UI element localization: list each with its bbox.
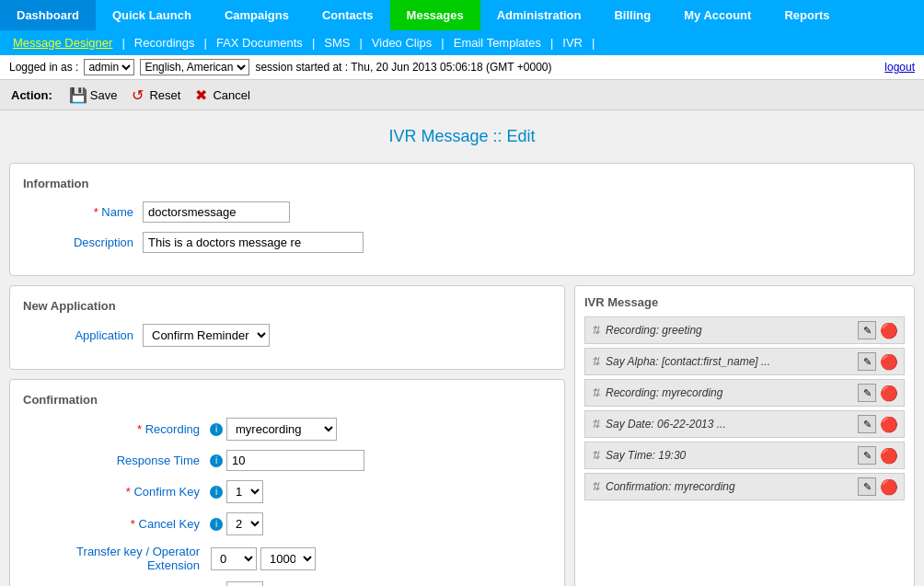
confirmation-panel: Confirmation Recording i myrecording gre… <box>9 379 565 586</box>
description-label: Description <box>23 236 143 249</box>
ivr-item-text: Say Time: 19:30 <box>606 449 858 462</box>
transfer-key-row: Transfer key / Operator Extension 012 10… <box>23 545 551 572</box>
nav-administration[interactable]: Administration <box>480 0 598 30</box>
nav-reports[interactable]: Reports <box>768 0 846 30</box>
ivr-item-actions: ✎ 🔴 <box>858 415 898 433</box>
description-input-wrapper <box>143 232 364 253</box>
nav-sms[interactable]: SMS <box>318 34 355 52</box>
action-bar: Action: 💾 Save ↺ Reset ✖ Cancel <box>0 80 924 110</box>
operator-ext-select[interactable]: 10002000 <box>260 547 316 570</box>
description-row: Description <box>23 232 901 253</box>
top-nav: Dashboard Quick Launch Campaigns Contact… <box>0 0 924 30</box>
ivr-item-text: Confirmation: myrecording <box>606 480 858 493</box>
confirm-key-select[interactable]: 12345 <box>226 480 263 503</box>
drag-handle-icon[interactable]: ⇅ <box>591 355 600 368</box>
ivr-edit-button[interactable]: ✎ <box>858 384 876 402</box>
application-label: Application <box>23 328 143 342</box>
left-panel: New Application Application Confirm Remi… <box>9 285 565 586</box>
nav-campaigns[interactable]: Campaigns <box>208 0 306 30</box>
language-select[interactable]: English, American <box>140 59 249 75</box>
name-row: Name <box>23 201 901 223</box>
drag-handle-icon[interactable]: ⇅ <box>591 418 600 431</box>
session-info: session started at : Thu, 20 Jun 2013 05… <box>255 61 551 74</box>
ivr-edit-button[interactable]: ✎ <box>858 352 876 371</box>
nav-billing[interactable]: Billing <box>597 0 667 30</box>
information-title: Information <box>23 177 901 190</box>
recording-select[interactable]: myrecording greeting <box>226 418 337 441</box>
name-input-wrapper <box>143 201 290 223</box>
application-select-wrapper: Confirm Reminder Say Alpha Say Date Say … <box>143 324 270 347</box>
ivr-item-actions: ✎ 🔴 <box>858 384 898 402</box>
ivr-message-title: IVR Message <box>584 295 905 309</box>
transfer-key-select[interactable]: 012 <box>211 547 257 570</box>
drag-handle-icon[interactable]: ⇅ <box>591 449 600 462</box>
ivr-delete-button[interactable]: 🔴 <box>880 321 898 339</box>
cancel-key-select[interactable]: 12345 <box>226 512 263 535</box>
ivr-edit-button[interactable]: ✎ <box>858 477 876 496</box>
ivr-item-text: Say Date: 06-22-2013 ... <box>606 418 858 431</box>
confirm-key-label: Confirm Key <box>23 485 207 499</box>
ivr-edit-button[interactable]: ✎ <box>858 446 876 465</box>
ivr-item: ⇅ Confirmation: myrecording ✎ 🔴 <box>584 473 905 500</box>
response-time-row: Response Time i <box>23 450 551 471</box>
cancel-key-row: Cancel Key i 12345 <box>23 512 551 535</box>
nav-recordings[interactable]: Recordings <box>129 34 201 52</box>
name-label: Name <box>23 205 143 219</box>
ivr-item-text: Say Alpha: [contact:first_name] ... <box>606 355 858 368</box>
name-input[interactable] <box>143 201 290 223</box>
ivr-item: ⇅ Say Date: 06-22-2013 ... ✎ 🔴 <box>584 410 905 438</box>
save-button[interactable]: 💾 Save <box>69 86 118 104</box>
ivr-item-actions: ✎ 🔴 <box>858 352 898 371</box>
nav-my-account[interactable]: My Account <box>667 0 768 30</box>
logged-in-label: Logged in as : <box>9 61 78 74</box>
drag-handle-icon[interactable]: ⇅ <box>591 480 600 493</box>
ivr-item-actions: ✎ 🔴 <box>858 477 898 496</box>
ivr-item-text: Recording: greeting <box>606 324 858 337</box>
user-select[interactable]: admin <box>84 59 134 75</box>
confirmation-title: Confirmation <box>23 393 551 407</box>
save-label: Save <box>90 88 118 102</box>
ivr-delete-button[interactable]: 🔴 <box>880 352 898 371</box>
response-time-info-icon: i <box>210 454 223 467</box>
ivr-item-text: Recording: myrecording <box>606 386 858 399</box>
recording-info-icon: i <box>210 423 223 436</box>
ivr-message-panel: IVR Message ⇅ Recording: greeting ✎ 🔴 ⇅ … <box>574 285 915 586</box>
ivr-item: ⇅ Recording: myrecording ✎ 🔴 <box>584 379 905 407</box>
nav-ivr[interactable]: IVR <box>557 34 588 52</box>
ivr-delete-button[interactable]: 🔴 <box>880 477 898 496</box>
replay-key-select[interactable]: 1234 <box>226 581 263 586</box>
nav-fax-documents[interactable]: FAX Documents <box>211 34 308 52</box>
nav-contacts[interactable]: Contacts <box>306 0 390 30</box>
cancel-label: Cancel <box>213 88 249 102</box>
nav-message-designer[interactable]: Message Designer <box>7 34 118 52</box>
cancel-button[interactable]: ✖ Cancel <box>191 86 249 104</box>
nav-email-templates[interactable]: Email Templates <box>448 34 547 52</box>
ivr-edit-button[interactable]: ✎ <box>858 415 876 433</box>
second-nav: Message Designer | Recordings | FAX Docu… <box>0 30 924 55</box>
action-label: Action: <box>11 88 52 102</box>
ivr-item: ⇅ Recording: greeting ✎ 🔴 <box>584 316 905 344</box>
confirm-key-row: Confirm Key i 12345 <box>23 480 551 503</box>
ivr-delete-button[interactable]: 🔴 <box>880 384 898 402</box>
nav-video-clips[interactable]: Video Clips <box>366 34 438 52</box>
logout-link[interactable]: logout <box>884 61 915 74</box>
session-bar: Logged in as : admin English, American s… <box>0 55 924 80</box>
application-select[interactable]: Confirm Reminder Say Alpha Say Date Say … <box>143 324 270 347</box>
reset-label: Reset <box>149 88 180 102</box>
nav-quick-launch[interactable]: Quick Launch <box>96 0 208 30</box>
ivr-delete-button[interactable]: 🔴 <box>880 415 898 433</box>
nav-messages[interactable]: Messages <box>390 0 480 30</box>
recording-row: Recording i myrecording greeting <box>23 418 551 441</box>
ivr-edit-button[interactable]: ✎ <box>858 321 876 339</box>
new-application-title: New Application <box>23 299 551 313</box>
drag-handle-icon[interactable]: ⇅ <box>591 324 600 337</box>
ivr-delete-button[interactable]: 🔴 <box>880 446 898 465</box>
description-input[interactable] <box>143 232 364 253</box>
response-time-input[interactable] <box>226 450 364 471</box>
nav-dashboard[interactable]: Dashboard <box>0 0 96 30</box>
drag-handle-icon[interactable]: ⇅ <box>591 386 600 399</box>
replay-key-row: Replay Key i 1234 <box>23 581 551 586</box>
reset-button[interactable]: ↺ Reset <box>128 86 180 104</box>
information-panel: Information Name Description <box>9 163 915 276</box>
response-time-label: Response Time <box>23 454 207 467</box>
